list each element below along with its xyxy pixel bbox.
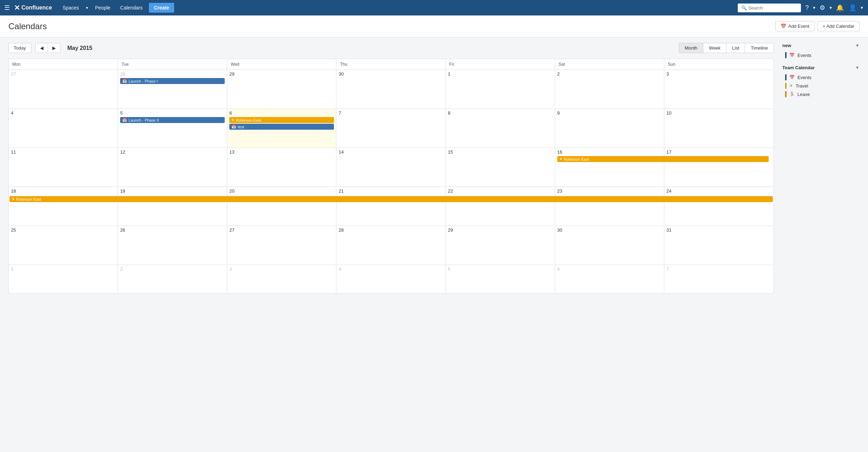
day-cell-jun1[interactable]: 1 bbox=[9, 265, 118, 293]
event-test[interactable]: 📅 test bbox=[229, 124, 334, 130]
help-icon[interactable]: ? bbox=[804, 4, 810, 12]
event-icon: ✈ bbox=[12, 197, 15, 201]
day-cell-may11[interactable]: 11 bbox=[9, 148, 118, 187]
day-number: 3 bbox=[229, 266, 334, 272]
day-cell-may27[interactable]: 27 bbox=[227, 226, 336, 265]
event-robinson-east-week3[interactable]: ✈ Robinson East bbox=[557, 156, 769, 162]
day-cell-may31[interactable]: 31 bbox=[664, 226, 774, 265]
add-event-button[interactable]: 📅 Add Event bbox=[775, 21, 815, 31]
day-cell-jun5[interactable]: 5 bbox=[446, 265, 555, 293]
sidebar-events-icon: 📅 bbox=[789, 53, 795, 58]
day-cell-may13[interactable]: 13 bbox=[227, 148, 336, 187]
day-cell-may29[interactable]: 29 bbox=[446, 226, 555, 265]
event-launch-phase-2[interactable]: 📅 Launch - Phase II bbox=[120, 117, 225, 123]
view-buttons: Month Week List Timeline bbox=[679, 43, 774, 53]
span-event-robinson-east-week4-container: ✈ Robinson East bbox=[9, 196, 774, 203]
add-event-icon: 📅 bbox=[781, 24, 786, 29]
day-cell-apr27[interactable]: 27 bbox=[9, 70, 118, 109]
day-cell-may2[interactable]: 2 bbox=[555, 70, 664, 109]
day-cell-may22[interactable]: 22 bbox=[446, 187, 555, 226]
day-cell-may16[interactable]: 16 ✈ Robinson East bbox=[555, 148, 664, 187]
day-cell-may8[interactable]: 8 bbox=[446, 109, 555, 148]
spaces-nav-link[interactable]: Spaces bbox=[59, 5, 83, 11]
sidebar-team-events-icon: 📅 bbox=[789, 75, 795, 80]
day-cell-may25[interactable]: 25 bbox=[9, 226, 118, 265]
add-calendar-button[interactable]: + Add Calendar bbox=[817, 21, 860, 31]
day-cell-jun7[interactable]: 7 bbox=[664, 265, 774, 293]
week-view-button[interactable]: Week bbox=[703, 43, 726, 53]
spaces-dropdown-icon: ▼ bbox=[85, 6, 89, 10]
sidebar-section-new-label: new bbox=[782, 43, 791, 48]
search-box[interactable]: 🔍 bbox=[738, 4, 801, 12]
event-launch-phase-1[interactable]: 📅 Launch - Phase I bbox=[120, 78, 225, 84]
settings-icon[interactable]: ⚙ bbox=[818, 4, 827, 12]
day-number: 15 bbox=[448, 149, 553, 155]
day-cell-may3[interactable]: 3 bbox=[664, 70, 774, 109]
sidebar-color-bar-team-events bbox=[785, 74, 787, 80]
day-cell-may26[interactable]: 26 bbox=[118, 226, 227, 265]
day-cell-may15[interactable]: 15 bbox=[446, 148, 555, 187]
create-button[interactable]: Create bbox=[149, 3, 174, 13]
day-cell-may20[interactable]: 20 bbox=[227, 187, 336, 226]
next-button[interactable]: ▶ bbox=[48, 43, 60, 53]
user-avatar-icon[interactable]: 👤 bbox=[847, 4, 858, 12]
header-buttons: 📅 Add Event + Add Calendar bbox=[775, 21, 860, 31]
sidebar-new-dropdown-icon[interactable]: ▼ bbox=[855, 43, 860, 48]
sidebar-section-team-label: Team Calendar bbox=[782, 65, 815, 70]
day-cell-may30[interactable]: 30 bbox=[555, 226, 664, 265]
day-cell-may12[interactable]: 12 bbox=[118, 148, 227, 187]
people-nav-link[interactable]: People bbox=[92, 5, 114, 11]
settings-dropdown-icon[interactable]: ▼ bbox=[829, 6, 833, 10]
day-cell-jun4[interactable]: 4 bbox=[336, 265, 446, 293]
day-number: 7 bbox=[666, 266, 771, 272]
day-cell-jun3[interactable]: 3 bbox=[227, 265, 336, 293]
day-cell-may28[interactable]: 28 bbox=[336, 226, 446, 265]
timeline-view-button[interactable]: Timeline bbox=[745, 43, 774, 53]
hamburger-icon[interactable]: ☰ bbox=[4, 4, 10, 12]
day-number: 30 bbox=[557, 227, 662, 233]
sidebar-team-dropdown-icon[interactable]: ▼ bbox=[855, 65, 860, 70]
search-input[interactable] bbox=[748, 5, 801, 11]
day-cell-may17[interactable]: 17 bbox=[664, 148, 774, 187]
sidebar-item-team-events[interactable]: 📅 Events bbox=[782, 73, 860, 82]
day-cell-may14[interactable]: 14 bbox=[336, 148, 446, 187]
sidebar-travel-icon: ✈ bbox=[789, 83, 793, 88]
notifications-icon[interactable]: 🔔 bbox=[835, 4, 845, 12]
calendars-nav-link[interactable]: Calendars bbox=[117, 5, 146, 11]
prev-button[interactable]: ◀ bbox=[36, 43, 48, 53]
day-cell-jun2[interactable]: 2 bbox=[118, 265, 227, 293]
user-dropdown-icon[interactable]: ▼ bbox=[860, 6, 864, 10]
event-robinson-east-1[interactable]: ✈ Robinson East bbox=[229, 117, 334, 123]
day-cell-may21[interactable]: 21 bbox=[336, 187, 446, 226]
day-cell-may23[interactable]: 23 bbox=[555, 187, 664, 226]
month-view-button[interactable]: Month bbox=[679, 43, 703, 53]
sidebar-item-team-leave[interactable]: 🏃 Leave bbox=[782, 90, 860, 98]
week-row-6: 1 2 3 4 5 6 bbox=[9, 265, 774, 293]
sidebar-item-team-travel[interactable]: ✈ Travel bbox=[782, 82, 860, 90]
day-cell-may18[interactable]: 18 bbox=[9, 187, 118, 226]
day-cell-may9[interactable]: 9 bbox=[555, 109, 664, 148]
day-cell-may19[interactable]: 19 bbox=[118, 187, 227, 226]
day-header-thu: Thu bbox=[336, 59, 446, 70]
day-cell-apr29[interactable]: 29 bbox=[227, 70, 336, 109]
day-cell-may7[interactable]: 7 bbox=[336, 109, 446, 148]
day-cell-jun6[interactable]: 6 bbox=[555, 265, 664, 293]
day-cell-may10[interactable]: 10 bbox=[664, 109, 774, 148]
month-title: May 2015 bbox=[67, 45, 92, 51]
day-cell-apr30[interactable]: 30 bbox=[336, 70, 446, 109]
list-view-button[interactable]: List bbox=[726, 43, 745, 53]
span-event-robinson-east-week4[interactable]: ✈ Robinson East bbox=[9, 196, 773, 202]
day-cell-may6[interactable]: 6 ✈ Robinson East 📅 test bbox=[227, 109, 336, 148]
day-cell-may1[interactable]: 1 bbox=[446, 70, 555, 109]
week-row-3: 11 12 13 14 15 16 bbox=[9, 148, 774, 187]
day-cell-may5[interactable]: 5 📅 Launch - Phase II bbox=[118, 109, 227, 148]
day-number: 27 bbox=[229, 227, 334, 233]
day-cell-may24[interactable]: 24 bbox=[664, 187, 774, 226]
help-dropdown-icon[interactable]: ▼ bbox=[812, 6, 816, 10]
day-cell-may4[interactable]: 4 bbox=[9, 109, 118, 148]
sidebar-section-new-header: new ▼ bbox=[782, 43, 860, 48]
sidebar-item-new-events[interactable]: 📅 Events bbox=[782, 51, 860, 59]
today-button[interactable]: Today bbox=[8, 43, 31, 53]
sidebar-color-bar-leave bbox=[785, 91, 787, 97]
day-cell-apr28[interactable]: 28 📅 Launch - Phase I bbox=[118, 70, 227, 109]
